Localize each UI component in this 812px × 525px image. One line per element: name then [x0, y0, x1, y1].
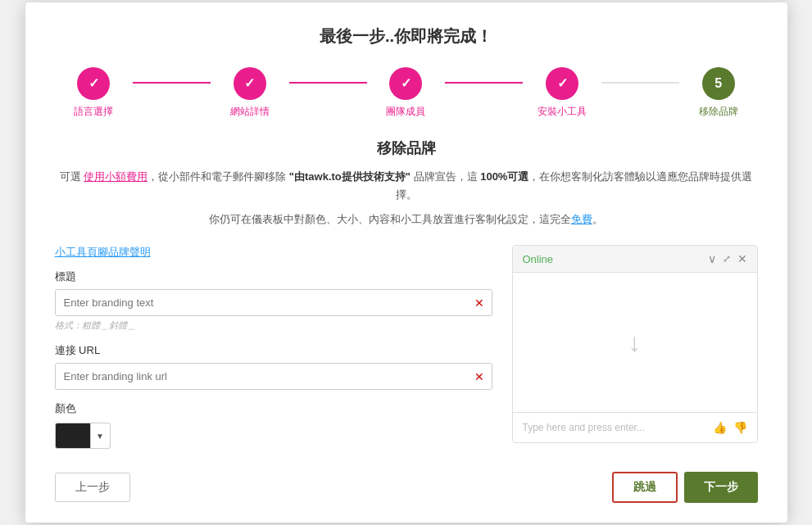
step-3-circle: ✓: [389, 67, 422, 100]
desc1-fee[interactable]: 使用小額費用: [84, 170, 147, 183]
connector-1: [133, 82, 211, 84]
preview-status: Online: [523, 253, 554, 265]
thumbs-down-icon[interactable]: 👎: [733, 421, 747, 434]
back-button[interactable]: 上一步: [55, 473, 130, 502]
url-input-wrapper: ✕: [55, 363, 492, 390]
preview-footer: Type here and press enter... 👍 👎: [513, 412, 757, 442]
color-picker: ▼: [55, 423, 492, 449]
step-2-circle: ✓: [234, 67, 266, 100]
desc1-brand: "由tawk.to提供技術支持": [289, 170, 411, 183]
step-5-circle: 5: [702, 67, 735, 100]
step-3: ✓ 團隊成員: [367, 67, 445, 119]
form-section-title[interactable]: 小工具頁腳品牌聲明: [55, 245, 492, 260]
preview-actions: 👍 👎: [713, 421, 747, 434]
desc1-optional: 100%可選: [480, 170, 528, 183]
step-1-circle: ✓: [77, 67, 110, 100]
left-panel: 小工具頁腳品牌聲明 標題 ✕ 格式：粗體＿斜體＿ 連接 URL ✕ 顏色 ▼: [55, 245, 492, 449]
preview-widget: Online ∨ ⤢ ✕ ↓ Type here and press enter…: [512, 245, 758, 443]
content-area: 小工具頁腳品牌聲明 標題 ✕ 格式：粗體＿斜體＿ 連接 URL ✕ 顏色 ▼: [55, 245, 758, 449]
title-clear-icon[interactable]: ✕: [474, 296, 484, 310]
step-5: 5 移除品牌: [679, 67, 757, 119]
preview-chevron-icon[interactable]: ∨: [708, 252, 716, 265]
title-field-label: 標題: [55, 269, 492, 284]
stepper: ✓ 語言選擇 ✓ 網站詳情 ✓ 團隊成員 ✓ 安裝小工具 5 移除品牌: [55, 67, 758, 119]
desc2-pre: 你仍可在儀表板中對顏色、大小、內容和小工具放置進行客制化設定，這完全: [209, 213, 571, 225]
description-2: 你仍可在儀表板中對顏色、大小、內容和小工具放置進行客制化設定，這完全免費。: [55, 210, 758, 229]
next-button[interactable]: 下一步: [684, 472, 758, 503]
preview-header: Online ∨ ⤢ ✕: [513, 246, 757, 273]
section-title: 移除品牌: [55, 138, 758, 158]
preview-body: ↓: [513, 273, 757, 412]
url-input[interactable]: [55, 363, 492, 390]
footer-right-buttons: 跳過 下一步: [612, 472, 758, 503]
right-panel: Online ∨ ⤢ ✕ ↓ Type here and press enter…: [512, 245, 758, 449]
thumbs-up-icon[interactable]: 👍: [713, 421, 727, 434]
preview-close-icon[interactable]: ✕: [737, 252, 747, 265]
format-hint: 格式：粗體＿斜體＿: [55, 319, 492, 332]
footer-buttons: 上一步 跳過 下一步: [55, 472, 758, 503]
step-3-label: 團隊成員: [386, 105, 425, 119]
preview-input-placeholder[interactable]: Type here and press enter...: [523, 422, 713, 433]
description-1: 可選 使用小額費用，從小部件和電子郵件腳移除 "由tawk.to提供技術支持" …: [55, 168, 758, 204]
page-title: 最後一步..你即將完成！: [55, 25, 758, 48]
step-2-label: 網站詳情: [230, 105, 270, 119]
step-2: ✓ 網站詳情: [211, 67, 288, 119]
color-field-label: 顏色: [55, 401, 492, 416]
desc2-free: 免費: [571, 213, 592, 225]
preview-expand-icon[interactable]: ⤢: [723, 253, 731, 265]
step-5-label: 移除品牌: [699, 105, 738, 119]
desc1-mid: ，從小部件和電子郵件腳移除: [147, 170, 289, 183]
desc1-mid2: 品牌宣告，這: [411, 170, 480, 183]
step-4-label: 安裝小工具: [538, 105, 587, 119]
connector-3: [445, 82, 523, 84]
url-clear-icon[interactable]: ✕: [474, 370, 484, 383]
skip-button[interactable]: 跳過: [612, 472, 678, 503]
desc1-pre: 可選: [60, 170, 84, 183]
preview-down-arrow-icon: ↓: [628, 328, 642, 358]
step-1: ✓ 語言選擇: [55, 67, 133, 119]
preview-controls: ∨ ⤢ ✕: [708, 252, 747, 265]
color-dropdown-button[interactable]: ▼: [91, 423, 111, 449]
color-section: 顏色 ▼: [55, 401, 492, 449]
title-input-wrapper: ✕: [55, 289, 492, 316]
step-1-label: 語言選擇: [74, 105, 113, 119]
step-4: ✓ 安裝小工具: [523, 67, 601, 119]
modal-container: 最後一步..你即將完成！ ✓ 語言選擇 ✓ 網站詳情 ✓ 團隊成員 ✓ 安裝小工…: [25, 2, 787, 523]
title-input[interactable]: [55, 289, 492, 316]
desc2-post: 。: [592, 213, 603, 225]
color-box[interactable]: [55, 423, 91, 449]
url-field-label: 連接 URL: [55, 343, 492, 358]
connector-4: [601, 82, 679, 84]
connector-2: [289, 82, 367, 84]
step-4-circle: ✓: [546, 67, 578, 100]
